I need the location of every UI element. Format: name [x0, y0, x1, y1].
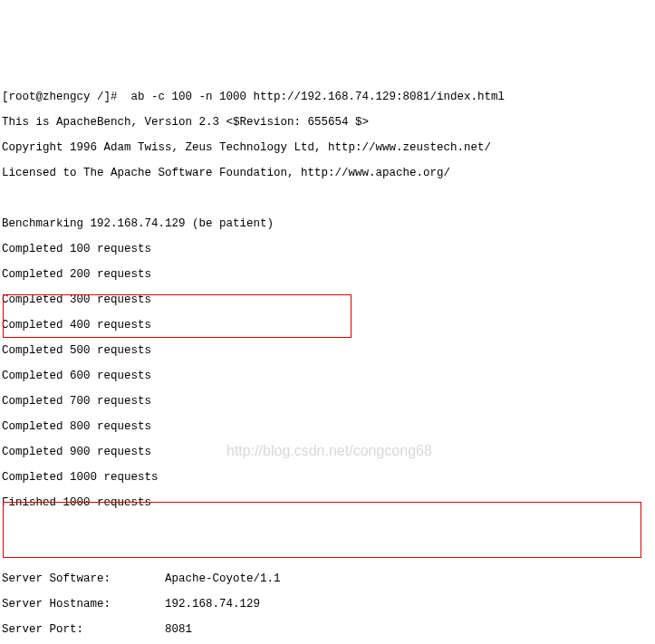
banner-line: Licensed to The Apache Software Foundati… [2, 167, 655, 179]
progress-line: Completed 1000 requests [2, 471, 655, 484]
server-software: Server Software: Apache-Coyote/1.1 [2, 572, 655, 585]
blank-line [2, 547, 655, 560]
progress-line: Completed 100 requests [2, 243, 655, 255]
server-port: Server Port: 8081 [2, 623, 655, 636]
finished-line: Finished 1000 requests [2, 496, 655, 509]
server-hostname: Server Hostname: 192.168.74.129 [2, 598, 655, 610]
progress-line: Completed 600 requests [2, 370, 655, 382]
command-line: [root@zhengcy /]# ab -c 100 -n 1000 http… [2, 91, 655, 103]
progress-line: Completed 400 requests [2, 319, 655, 332]
benchmarking-line: Benchmarking 192.168.74.129 (be patient) [2, 217, 655, 230]
banner-line: This is ApacheBench, Version 2.3 <$Revis… [2, 116, 655, 129]
blank-line [2, 522, 655, 534]
progress-line: Completed 200 requests [2, 268, 655, 281]
progress-line: Completed 800 requests [2, 420, 655, 433]
blank-line [2, 192, 655, 205]
progress-line: Completed 700 requests [2, 395, 655, 408]
banner-line: Copyright 1996 Adam Twiss, Zeus Technolo… [2, 141, 655, 154]
terminal-output: [root@zhengcy /]# ab -c 100 -n 1000 http… [2, 78, 655, 644]
progress-line: Completed 900 requests [2, 446, 655, 458]
progress-line: Completed 500 requests [2, 344, 655, 357]
progress-line: Completed 300 requests [2, 293, 655, 306]
